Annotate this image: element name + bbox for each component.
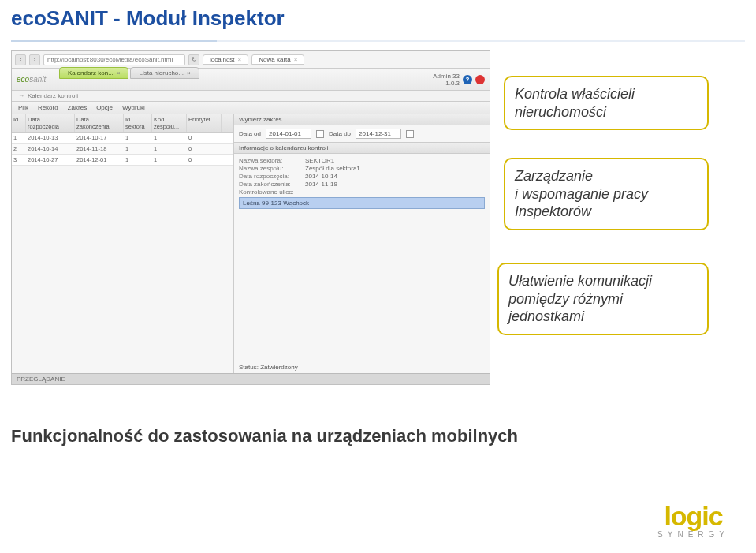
cell: 0 — [187, 144, 222, 154]
cell: 1 — [124, 155, 152, 165]
tab-lista[interactable]: Lista nierucho... × — [130, 67, 199, 79]
table-header: Id Data rozpoczęcia Data zakończenia Id … — [12, 114, 233, 133]
tab-label: Kalendarz kon... — [68, 69, 114, 77]
col-end[interactable]: Data zakończenia — [75, 114, 124, 132]
browser-tab-2[interactable]: Nowa karta × — [251, 54, 304, 65]
status-row: Status: Zatwierdzony — [234, 361, 490, 373]
menu-plik[interactable]: Plik — [18, 104, 28, 111]
module-tabs: Kalendarz kon... × Lista nierucho... × — [59, 67, 201, 79]
calendar-icon[interactable] — [316, 130, 324, 138]
browser-tab-1[interactable]: localhost × — [203, 54, 248, 65]
k-sector: Nazwa sektora: — [239, 157, 302, 164]
close-icon[interactable]: × — [117, 69, 121, 77]
callout-1: Kontrola właścicieli nieruchomości — [504, 76, 709, 130]
app-screenshot: ‹ › http://localhost:8030/ecoMedia/ecoSa… — [11, 50, 490, 385]
calendar-icon[interactable] — [406, 130, 414, 138]
street-row[interactable]: Leśna 99-123 Wąchock — [239, 197, 485, 209]
help-icon[interactable]: ? — [463, 75, 472, 84]
cell: 1 — [152, 144, 187, 154]
cell: 1 — [124, 144, 152, 154]
forward-icon[interactable]: › — [29, 54, 40, 65]
close-icon[interactable]: × — [238, 56, 242, 63]
col-start[interactable]: Data rozpoczęcia — [26, 114, 75, 132]
date-from-value: 2014-01-01 — [269, 130, 301, 137]
callout-3: Ułatwienie komunikacji pomiędzy różnymi … — [497, 263, 709, 335]
cell: 2014-10-13 — [26, 133, 75, 143]
logo-sub: SYNERGY — [657, 530, 729, 539]
slide-title: ecoSANIT - Moduł Inspektor — [0, 0, 756, 34]
cell: 1 — [152, 133, 187, 143]
cell: 1 — [124, 133, 152, 143]
v-sector: SEKTOR1 — [305, 157, 334, 164]
header-right: Admin 33 1.0.3 ? — [433, 73, 485, 87]
k-end: Data zakończenia: — [239, 181, 302, 188]
tab-label: Lista nierucho... — [139, 69, 183, 77]
breadcrumb-label: Kalendarz kontroli — [28, 92, 78, 99]
logo-sanit: sanit — [29, 75, 46, 84]
date-from-label: Data od — [239, 130, 261, 137]
cell: 1 — [152, 155, 187, 165]
v-team: Zespół dla sektora1 — [305, 165, 360, 172]
cell: 3 — [12, 155, 26, 165]
col-priorytet[interactable]: Priorytet — [187, 114, 222, 132]
col-id[interactable]: Id — [12, 114, 26, 132]
cell: 2 — [12, 144, 26, 154]
bottom-text: Funkcjonalność do zastosowania na urządz… — [11, 426, 518, 447]
logo-eco: eco — [17, 75, 29, 84]
table-row[interactable]: 1 2014-10-13 2014-10-17 1 1 0 — [12, 133, 233, 144]
table-row[interactable]: 2 2014-10-14 2014-11-18 1 1 0 — [12, 144, 233, 155]
logic-synergy-logo: logic SYNERGY — [657, 501, 729, 539]
menu-rekord[interactable]: Rekord — [38, 104, 58, 111]
col-zespol[interactable]: Kod zespołu... — [152, 114, 187, 132]
date-to-value: 2014-12-31 — [359, 130, 391, 137]
callout-2: Zarządzanie i wspomaganie pracy Inspekto… — [504, 158, 709, 230]
filter-title: Wybierz zakres — [234, 114, 490, 125]
date-to-input[interactable]: 2014-12-31 — [356, 129, 401, 139]
date-to-label: Data do — [329, 130, 351, 137]
cell: 2014-12-01 — [75, 155, 124, 165]
k-start: Data rozpoczęcia: — [239, 173, 302, 180]
left-pane: Id Data rozpoczęcia Data zakończenia Id … — [12, 114, 234, 373]
close-icon[interactable]: × — [187, 69, 191, 77]
breadcrumb: → Kalendarz kontroli — [12, 91, 490, 102]
app-header: ecosanit Kalendarz kon... × Lista nieruc… — [12, 69, 490, 91]
cell: 0 — [187, 155, 222, 165]
cell: 2014-10-17 — [75, 133, 124, 143]
close-icon[interactable]: × — [294, 56, 298, 63]
menubar: Plik Rekord Zakres Opcje Wydruki — [12, 102, 490, 114]
arrow-icon: → — [18, 92, 24, 99]
logo-word-text: logic — [664, 501, 722, 531]
cell: 0 — [187, 133, 222, 143]
alert-icon[interactable] — [475, 75, 485, 84]
tab-kalendarz[interactable]: Kalendarz kon... × — [59, 67, 128, 79]
k-streets: Kontrolowane ulice: — [239, 189, 302, 196]
table-row[interactable]: 3 2014-10-27 2014-12-01 1 1 0 — [12, 155, 233, 166]
k-team: Nazwa zespołu: — [239, 165, 302, 172]
info-block: Nazwa sektora:SEKTOR1 Nazwa zespołu:Zesp… — [234, 154, 490, 212]
reload-icon[interactable]: ↻ — [188, 54, 199, 65]
address-bar[interactable]: http://localhost:8030/ecoMedia/ecoSanit.… — [43, 54, 185, 65]
v-start: 2014-10-14 — [305, 173, 337, 180]
tab-label: Nowa karta — [259, 56, 290, 63]
right-filler — [234, 212, 490, 361]
back-icon[interactable]: ‹ — [15, 54, 26, 65]
user-label: Admin 33 1.0.3 — [433, 73, 460, 87]
date-filter: Data od 2014-01-01 Data do 2014-12-31 — [234, 125, 490, 143]
menu-zakres[interactable]: Zakres — [68, 104, 87, 111]
app-logo: ecosanit — [17, 75, 46, 84]
menu-opcje[interactable]: Opcje — [96, 104, 113, 111]
cell: 2014-10-27 — [26, 155, 75, 165]
browser-chrome: ‹ › http://localhost:8030/ecoMedia/ecoSa… — [12, 51, 490, 69]
title-underline — [11, 40, 745, 42]
col-sektor[interactable]: Id sektora — [124, 114, 152, 132]
user-name: Admin 33 — [433, 73, 460, 80]
v-end: 2014-11-18 — [305, 181, 337, 188]
right-pane: Wybierz zakres Data od 2014-01-01 Data d… — [234, 114, 490, 373]
date-from-input[interactable]: 2014-01-01 — [266, 129, 311, 139]
info-title: Informacje o kalendarzu kontroli — [234, 143, 490, 154]
logo-word: logic — [657, 501, 729, 532]
footer-bar: PRZEGLĄDANIE — [12, 373, 490, 384]
menu-wydruki[interactable]: Wydruki — [122, 104, 145, 111]
cell: 2014-10-14 — [26, 144, 75, 154]
tab-label: localhost — [210, 56, 235, 63]
